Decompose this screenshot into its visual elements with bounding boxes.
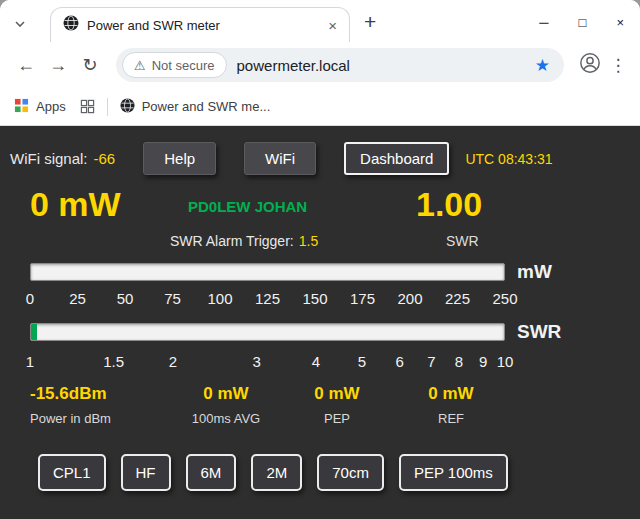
warning-icon: ⚠ <box>134 58 146 73</box>
stat-label: 100ms AVG <box>170 411 282 426</box>
stat-value: -15.6dBm <box>30 384 170 404</box>
scale-tick: 6 <box>395 353 403 370</box>
window-controls: ─ □ × <box>539 15 624 30</box>
scale-tick: 50 <box>117 290 134 307</box>
bookmark-label: Power and SWR me... <box>142 99 271 114</box>
scale-tick: 125 <box>255 290 280 307</box>
swr-alarm-label: SWR Alarm Trigger:1.5 <box>170 233 318 249</box>
scale-tick: 5 <box>358 353 366 370</box>
bookmark-star-icon[interactable]: ★ <box>535 55 550 76</box>
scale-tick: 10 <box>497 353 514 370</box>
scale-tick: 8 <box>455 353 463 370</box>
scale-tick: 2 <box>169 353 177 370</box>
minimize-icon[interactable]: ─ <box>539 15 548 30</box>
stat-pep: 0 mW PEP <box>282 384 392 426</box>
swr-meter-fill <box>31 324 37 340</box>
browser-toolbar: ← → ↻ ⚠ Not secure powermeter.local ★ ⋮ <box>0 42 640 88</box>
tab-search-button[interactable] <box>6 8 34 42</box>
swr-scale: 1 1.5 2 3 4 5 6 7 8 9 10 <box>30 352 505 372</box>
dashboard-button[interactable]: Dashboard <box>344 142 449 175</box>
swr-alarm-value: 1.5 <box>299 233 318 249</box>
hf-button[interactable]: HF <box>121 454 171 491</box>
main-readings: 0 mW PD0LEW JOHAN 1.00 <box>10 185 630 233</box>
browser-window: Power and SWR meter × + ─ □ × ← → ↻ ⚠ No… <box>0 0 640 519</box>
scale-tick: 3 <box>252 353 260 370</box>
forward-icon[interactable]: → <box>42 55 74 76</box>
profile-button[interactable] <box>574 52 606 78</box>
back-icon[interactable]: ← <box>10 55 42 76</box>
stat-ref: 0 mW REF <box>392 384 510 426</box>
wifi-signal-label: WiFi signal: <box>10 150 88 167</box>
scale-tick: 25 <box>69 290 86 307</box>
alarm-row: SWR Alarm Trigger:1.5 SWR <box>10 233 630 255</box>
scale-tick: 0 <box>26 290 34 307</box>
cpl1-button[interactable]: CPL1 <box>38 454 106 491</box>
url-text[interactable]: powermeter.local <box>237 57 535 74</box>
apps-shortcut[interactable]: Apps <box>14 98 66 116</box>
wifi-button[interactable]: WiFi <box>244 142 316 175</box>
swr-meter: SWR <box>30 321 630 343</box>
pep-100ms-button[interactable]: PEP 100ms <box>399 454 508 491</box>
stat-value: 0 mW <box>170 384 282 404</box>
scale-tick: 1.5 <box>103 353 124 370</box>
scale-tick: 200 <box>397 290 422 307</box>
70cm-button[interactable]: 70cm <box>317 454 384 491</box>
security-label: Not secure <box>152 58 215 73</box>
bookmarks-separator <box>107 98 108 116</box>
swr-meter-bar <box>30 323 505 341</box>
tab-strip: Power and SWR meter × + ─ □ × <box>0 0 640 42</box>
scale-tick: 225 <box>445 290 470 307</box>
scale-tick: 175 <box>350 290 375 307</box>
power-meter-page: WiFi signal: -66 Help WiFi Dashboard UTC… <box>0 126 640 519</box>
tab-title: Power and SWR meter <box>87 18 316 33</box>
stats-row: -15.6dBm Power in dBm 0 mW 100ms AVG 0 m… <box>30 384 630 426</box>
menu-icon[interactable]: ⋮ <box>606 55 630 76</box>
mw-scale: 0 25 50 75 100 125 150 175 200 225 250 <box>30 289 505 309</box>
stat-dbm: -15.6dBm Power in dBm <box>30 384 170 426</box>
bookmark-item[interactable]: Power and SWR me... <box>120 98 271 116</box>
help-button[interactable]: Help <box>143 142 216 175</box>
scale-tick: 75 <box>164 290 181 307</box>
mw-meter: mW <box>30 261 630 283</box>
close-icon[interactable]: × <box>616 15 624 30</box>
apps-grid-icon <box>14 98 29 116</box>
new-tab-button[interactable]: + <box>364 10 376 34</box>
address-bar[interactable]: ⚠ Not secure powermeter.local ★ <box>116 48 564 82</box>
6m-button[interactable]: 6M <box>186 454 237 491</box>
station-callsign: PD0LEW JOHAN <box>188 198 307 215</box>
not-secure-chip[interactable]: ⚠ Not secure <box>122 52 227 78</box>
scale-tick: 100 <box>207 290 232 307</box>
tab-close-icon[interactable]: × <box>324 17 341 34</box>
stat-label: REF <box>392 411 510 426</box>
utc-clock: UTC 08:43:31 <box>465 151 552 167</box>
mw-unit-label: mW <box>517 261 552 283</box>
browser-tab[interactable]: Power and SWR meter × <box>50 7 350 42</box>
stat-label: PEP <box>282 411 392 426</box>
stat-label: Power in dBm <box>30 411 170 426</box>
stat-avg: 0 mW 100ms AVG <box>170 384 282 426</box>
reload-icon[interactable]: ↻ <box>74 54 106 76</box>
bookmarks-bar: Apps Power and SWR me... <box>0 88 640 126</box>
power-reading: 0 mW <box>30 185 121 224</box>
scale-tick: 4 <box>312 353 320 370</box>
globe-favicon-icon <box>63 15 79 35</box>
grid-outline-icon[interactable] <box>80 99 95 114</box>
wifi-signal-value: -66 <box>94 150 116 167</box>
avatar-icon <box>579 52 601 78</box>
stat-value: 0 mW <box>392 384 510 404</box>
maximize-icon[interactable]: □ <box>579 15 587 30</box>
scale-tick: 7 <box>427 353 435 370</box>
apps-label: Apps <box>36 99 66 114</box>
swr-unit-label: SWR <box>517 321 561 343</box>
controls-row: CPL1 HF 6M 2M 70cm PEP 100ms <box>38 454 630 491</box>
scale-tick: 250 <box>492 290 517 307</box>
mw-meter-bar <box>30 263 505 281</box>
globe-favicon-icon <box>120 98 135 116</box>
scale-tick: 1 <box>26 353 34 370</box>
scale-tick: 9 <box>479 353 487 370</box>
page-header: WiFi signal: -66 Help WiFi Dashboard UTC… <box>10 142 630 175</box>
swr-caption: SWR <box>446 233 479 249</box>
scale-tick: 150 <box>302 290 327 307</box>
swr-reading: 1.00 <box>416 185 482 224</box>
2m-button[interactable]: 2M <box>251 454 302 491</box>
